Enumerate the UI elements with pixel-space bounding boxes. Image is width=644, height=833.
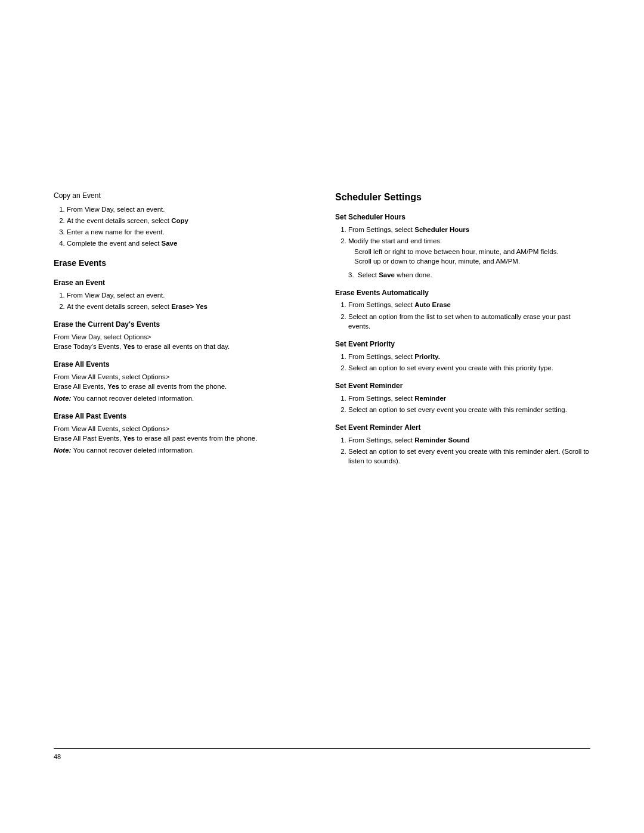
set-event-reminder-alert-subheading: Set Event Reminder Alert [335,423,593,433]
erase-all-past-events-body: From View All Events, select Options>Era… [54,424,311,443]
reminder-alert-step-2: Select an option to set every event you … [348,447,593,466]
scheduler-hours-step-1: From Settings, select Scheduler Hours [348,225,593,234]
erase-all-events-subheading: Erase All Events [54,360,311,370]
erase-all-events-note: Note: You cannot recover deleted informa… [54,394,311,403]
scheduler-settings-heading: Scheduler Settings [335,191,593,204]
scheduler-hours-step-3: 3. Select Save when done. [348,270,593,280]
copy-step-4: Complete the event and select Save [67,239,311,248]
set-event-reminder-steps: From Settings, select Reminder Select an… [348,394,593,414]
right-column: Scheduler Settings Set Scheduler Hours F… [335,191,593,469]
erase-auto-step-2: Select an option from the list to set wh… [348,312,593,331]
copy-step-2: At the event details screen, select Copy [67,216,311,225]
set-event-reminder-subheading: Set Event Reminder [335,381,593,391]
erase-all-past-events-subheading: Erase All Past Events [54,411,311,422]
set-event-reminder-alert-steps: From Settings, select Reminder Sound Sel… [348,435,593,466]
set-event-priority-steps: From Settings, select Priority. Select a… [348,352,593,373]
erase-an-event-step-1: From View Day, select an event. [67,290,311,300]
erase-all-past-events-note: Note: You cannot recover deleted informa… [54,445,311,455]
reminder-step-2: Select an option to set every event you … [348,405,593,414]
erase-an-event-subheading: Erase an Event [54,278,311,288]
erase-current-day-body: From View Day, select Options>Erase Toda… [54,332,311,351]
erase-all-events-body: From View All Events, select Options>Era… [54,372,311,391]
copy-step-1: From View Day, select an event. [67,205,311,214]
reminder-step-1: From Settings, select Reminder [348,394,593,403]
erase-events-auto-subheading: Erase Events Automatically [335,288,593,298]
set-scheduler-hours-subheading: Set Scheduler Hours [335,212,593,222]
page-container: Copy an Event From View Day, select an e… [0,0,644,833]
erase-events-auto-steps: From Settings, select Auto Erase Select … [348,300,593,330]
copy-event-section: Copy an Event From View Day, select an e… [54,191,311,248]
erase-an-event-step-2: At the event details screen, select Eras… [67,302,311,311]
reminder-alert-step-1: From Settings, select Reminder Sound [348,435,593,445]
left-column: Copy an Event From View Day, select an e… [54,191,311,469]
copy-event-heading: Copy an Event [54,191,311,201]
erase-events-section: Erase Events Erase an Event From View Da… [54,258,311,455]
footer-divider [54,748,590,749]
page-number: 48 [54,753,61,760]
copy-event-steps: From View Day, select an event. At the e… [67,205,311,248]
set-scheduler-hours-steps: From Settings, select Scheduler Hours Mo… [348,225,593,266]
priority-step-2: Select an option to set every event you … [348,363,593,373]
page-footer: 48 [54,748,590,761]
erase-events-heading: Erase Events [54,258,311,270]
priority-step-1: From Settings, select Priority. [348,352,593,361]
erase-auto-step-1: From Settings, select Auto Erase [348,300,593,309]
scheduler-settings-section: Scheduler Settings Set Scheduler Hours F… [335,191,593,466]
erase-current-day-subheading: Erase the Current Day's Events [54,320,311,330]
content-area: Copy an Event From View Day, select an e… [0,0,644,517]
set-event-priority-subheading: Set Event Priority [335,339,593,349]
copy-step-3: Enter a new name for the event. [67,227,311,237]
erase-an-event-steps: From View Day, select an event. At the e… [67,290,311,311]
scheduler-hours-step-2: Modify the start and end times. Scroll l… [348,236,593,266]
